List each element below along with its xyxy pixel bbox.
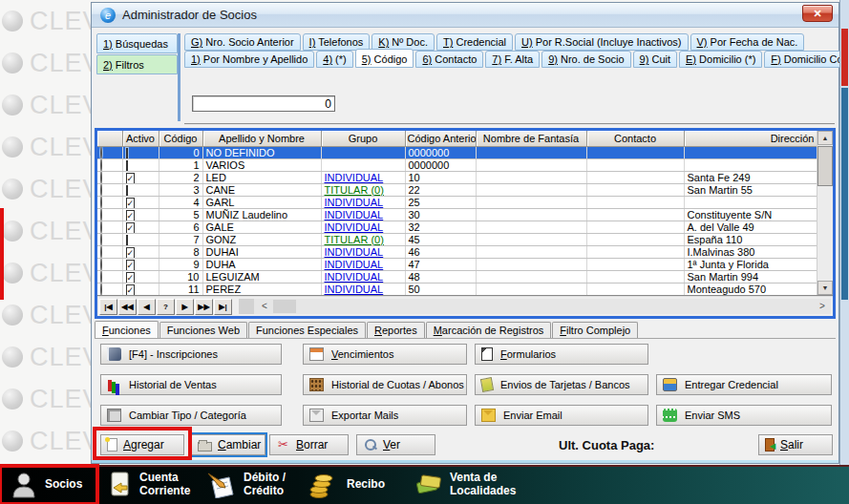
scrollbar-thumb[interactable] [817, 146, 833, 186]
tab-domicilio-cob[interactable]: F) Domicilio Cob. [764, 51, 849, 68]
activo-checkbox[interactable] [126, 160, 128, 172]
exportar-mails-button[interactable]: Exportar Mails [303, 405, 467, 426]
tab-filtro-complejo[interactable]: Filtro Complejo [552, 322, 638, 338]
activo-checkbox[interactable]: ✓ [126, 210, 136, 221]
scroll-up-icon[interactable]: ▲ [817, 131, 833, 145]
tab-por-nombre-apellido[interactable]: 1) Por Nombre y Apellido [184, 51, 314, 68]
table-row[interactable]: 7 GONZ TITULAR (0) 45 España 110 [97, 233, 817, 245]
toolbar-item-venta-localidades[interactable]: Venta de Localidades [414, 465, 528, 504]
toolbar-item-debito-credito[interactable]: Débito / Crédito [206, 465, 305, 504]
inscripciones-button[interactable]: [F4] - Inscripciones [100, 344, 282, 365]
row-radio[interactable] [100, 233, 102, 245]
activo-checkbox[interactable]: ✓ [126, 247, 136, 259]
table-row[interactable]: ✓ 2 LED INDIVIDUAL 10 Santa Fe 249 [97, 171, 817, 183]
row-radio[interactable] [100, 146, 102, 158]
tab-nro-socio-anterior[interactable]: G) Nro. Socio Anterior [184, 33, 301, 51]
entregar-credencial-button[interactable]: Entregar Credencial [656, 374, 832, 395]
salir-button[interactable]: Salir [758, 434, 833, 455]
nav-prior-page-button[interactable]: ◀◀ [118, 299, 137, 315]
historial-ventas-button[interactable]: Historial de Ventas [100, 374, 282, 395]
nav-prior-button[interactable]: ◀ [138, 299, 156, 315]
activo-checkbox[interactable]: ✓ [126, 173, 136, 184]
tab-funciones-web[interactable]: Funciones Web [159, 322, 247, 338]
tab-marcacion-registros[interactable]: Marcación de Registros [426, 322, 552, 338]
horizontal-scrollbar[interactable]: < > [239, 299, 831, 314]
col-direccion[interactable]: Dirección [684, 131, 817, 146]
nav-next-button[interactable]: ▶ [176, 299, 194, 315]
enviar-sms-button[interactable]: Enviar SMS [656, 405, 832, 426]
tab-domicilio[interactable]: E) Domicilio (*) [679, 51, 762, 68]
col-grupo[interactable]: Grupo [321, 131, 405, 146]
agregar-button[interactable]: Agregar [100, 434, 184, 455]
table-row[interactable]: 1 VARIOS 0000000 [97, 158, 817, 171]
tab-por-rsocial[interactable]: U) Por R.Social (Incluye Inactivos) [515, 33, 689, 51]
row-radio[interactable] [100, 258, 102, 270]
col-nombre-fantasia[interactable]: Nombre de Fantasía [476, 131, 586, 146]
tab-por-fecha-nac[interactable]: V) Por Fecha de Nac. [690, 33, 805, 51]
table-row[interactable]: ✓ 10 LEGUIZAM INDIVIDUAL 48 San Martin 9… [97, 270, 817, 283]
table-row[interactable]: ✓ 5 MUÑIZ Laudelino INDIVIDUAL 30 Consti… [97, 208, 817, 220]
enviar-email-button[interactable]: Enviar Email [475, 405, 648, 426]
tab-codigo[interactable]: 5) Código [355, 49, 414, 68]
cambiar-button[interactable]: Cambiar [191, 434, 265, 455]
activo-checkbox[interactable] [126, 185, 128, 197]
table-row[interactable]: 0 NO DEFINIDO 0000000 [97, 146, 817, 158]
row-radio[interactable] [100, 158, 102, 171]
row-radio[interactable] [100, 270, 102, 283]
tab-nro-de-socio[interactable]: 9) Nro. de Socio [541, 51, 630, 68]
scrollbar-grip[interactable] [239, 299, 254, 314]
tab-funciones-especiales[interactable]: Funciones Especiales [248, 322, 366, 338]
activo-checkbox[interactable]: ✓ [126, 222, 136, 234]
col-apellido-nombre[interactable]: Apellido y Nombre [202, 131, 321, 146]
toolbar-item-cuenta-corriente[interactable]: Cuenta Corriente [108, 465, 199, 504]
row-radio[interactable] [100, 283, 102, 295]
borrar-button[interactable]: ✂ Borrar [269, 434, 349, 455]
titlebar[interactable]: e Administrador de Socios ✕ [92, 3, 838, 28]
cambiar-tipo-button[interactable]: Cambiar Tipo / Categoría [100, 405, 282, 426]
col-codigo-anterior[interactable]: Código Anterior [405, 131, 476, 146]
toolbar-item-socios[interactable]: Socios [11, 465, 98, 504]
scroll-left-icon[interactable]: < [258, 299, 271, 314]
formularios-button[interactable]: Formularios [475, 344, 648, 365]
activo-checkbox[interactable] [126, 235, 128, 246]
codigo-search-input[interactable] [192, 95, 335, 112]
scrollbar-thumb[interactable] [273, 300, 296, 313]
tab-cuit[interactable]: 9) Cuit [633, 51, 677, 68]
row-radio[interactable] [100, 171, 102, 183]
vencimientos-button[interactable]: Vencimientos [303, 344, 467, 365]
scroll-right-icon[interactable]: > [816, 299, 829, 314]
tab-funciones[interactable]: Funciones [95, 321, 159, 338]
nav-first-button[interactable]: |◀ [99, 299, 117, 315]
col-activo[interactable]: Activo [122, 131, 159, 146]
scroll-down-icon[interactable]: ▼ [817, 281, 833, 295]
activo-checkbox[interactable]: ✓ [126, 198, 136, 209]
nav-last-button[interactable]: ▶| [214, 299, 232, 315]
historial-cuotas-button[interactable]: Historial de Cuotas / Abonos [303, 374, 467, 395]
table-row[interactable]: ✓ 9 DUHA INDIVIDUAL 47 1ª Junta y Florid… [97, 258, 817, 270]
envios-tarjetas-button[interactable]: Envios de Tarjetas / Bancos [475, 374, 648, 395]
activo-checkbox[interactable] [126, 148, 128, 159]
toolbar-item-recibo[interactable]: Recibo [308, 465, 391, 504]
row-radio[interactable] [100, 196, 102, 208]
tab-reportes[interactable]: Reportes [367, 322, 425, 338]
tab-4-asterisco[interactable]: 4) (*) [316, 51, 352, 68]
row-radio[interactable] [100, 183, 102, 196]
nav-refresh-button[interactable]: ? [157, 299, 175, 315]
activo-checkbox[interactable]: ✓ [126, 284, 136, 296]
col-contacto[interactable]: Contacto [586, 131, 684, 146]
tab-credencial[interactable]: T) Credencial [436, 33, 513, 51]
row-radio[interactable] [100, 220, 102, 233]
vertical-scrollbar[interactable]: ▲ ▼ [817, 131, 833, 295]
activo-checkbox[interactable]: ✓ [126, 260, 136, 271]
col-selector[interactable] [97, 131, 122, 146]
table-row[interactable]: ✓ 8 DUHAI INDIVIDUAL 46 I.Malvinas 380 [97, 245, 817, 258]
activo-checkbox[interactable]: ✓ [126, 272, 136, 284]
table-row[interactable]: ✓ 4 GARL INDIVIDUAL 25 [97, 196, 817, 208]
tab-f-alta[interactable]: 7) F. Alta [485, 51, 540, 68]
tab-filtros[interactable]: 2) Filtros [96, 54, 178, 74]
row-radio[interactable] [100, 208, 102, 220]
table-row[interactable]: ✓ 6 GALE INDIVIDUAL 32 A. del Valle 49 [97, 220, 817, 233]
table-row[interactable]: ✓ 11 PEREZ INDIVIDUAL 50 Monteagudo 570 [97, 283, 817, 295]
ver-button[interactable]: Ver [356, 434, 435, 455]
col-codigo[interactable]: Código [159, 131, 202, 146]
